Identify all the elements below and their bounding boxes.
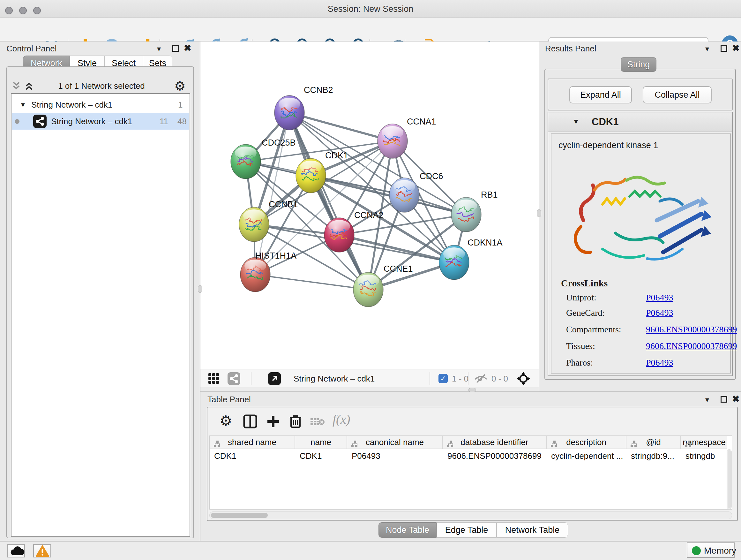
control-panel-menu-icon[interactable]: ▾ [157, 44, 161, 53]
horizontal-splitter-handle[interactable] [468, 388, 476, 392]
collapse-all-networks-icon[interactable] [11, 80, 22, 92]
results-panel: Results Panel ▾ ✖ String Expand All Coll… [539, 42, 741, 391]
left-splitter-handle[interactable] [198, 285, 202, 293]
control-panel-title: Control Panel [6, 44, 57, 54]
network-label: String Network – cdk1 [51, 113, 132, 130]
show-columns-svg [243, 415, 257, 428]
memory-button[interactable]: Memory [687, 543, 735, 558]
protein-structure-image [564, 153, 718, 281]
crosslinks-heading: CrossLinks [561, 278, 608, 289]
results-panel-close-icon[interactable]: ✖ [732, 44, 739, 52]
center-view-svg [516, 372, 530, 386]
svg-text:CCNA2: CCNA2 [354, 210, 384, 220]
string-app-icon [33, 115, 47, 128]
hidden-count: 0 - 0 [491, 374, 508, 384]
table-cell[interactable]: stringdb:9... [626, 449, 681, 462]
network-svg[interactable]: CCNB2CCNA1CDC25BCDK1CDC6RB1CCNB1CCNA2CDK… [200, 42, 539, 369]
viewbar-separator [468, 372, 468, 385]
network-options-gear-icon[interactable]: ⚙ [174, 78, 186, 93]
create-column-icon[interactable] [266, 415, 280, 430]
viewbar-separator [251, 372, 252, 385]
table-cell[interactable]: CDK1 [295, 449, 347, 462]
svg-text:CCNB2: CCNB2 [304, 85, 333, 95]
scrollbar-thumb[interactable] [211, 513, 268, 518]
control-panel-close-icon[interactable]: ✖ [184, 44, 191, 52]
table-cell[interactable]: cyclin-dependent ... [547, 449, 626, 462]
protein-expander-icon[interactable]: ▼ [572, 118, 580, 126]
control-panel: Control Panel ▾ ✖ Network Style Select S… [0, 42, 200, 541]
string-app-svg [33, 115, 47, 128]
results-panel-menu-icon[interactable]: ▾ [705, 44, 709, 53]
column-header-namespace[interactable]: namespace [681, 436, 727, 449]
tab-edge-table[interactable]: Edge Table [436, 522, 496, 538]
collection-label: String Network – cdk1 [31, 97, 112, 113]
expand-collapse-bar: Expand All Collapse All [548, 78, 733, 111]
column-label: name [311, 437, 331, 447]
results-panel-float-icon[interactable] [721, 45, 727, 52]
control-panel-float-icon[interactable] [172, 45, 179, 52]
node-table: shared name name canonical name database… [209, 435, 732, 509]
network-tree: ▼ String Network – cdk1 1 String Network… [11, 93, 190, 537]
results-panel-title: Results Panel [545, 44, 596, 54]
crosslink-tissues-link[interactable]: 9606.ENSP00000378699 [646, 341, 737, 351]
table-vertical-scrollbar[interactable] [727, 449, 732, 509]
svg-text:CCNB1: CCNB1 [269, 199, 298, 209]
crosslink-pharos-link[interactable]: P06493 [646, 358, 673, 368]
table-cell[interactable]: CDK1 [210, 449, 295, 462]
detach-view-icon[interactable] [268, 372, 281, 385]
column-header-id[interactable]: @id [626, 436, 681, 449]
crosslink-compartments-link[interactable]: 9606.ENSP00000378699 [646, 324, 737, 334]
selection-checkbox-icon[interactable]: ✓ [439, 374, 448, 383]
trash-svg [288, 414, 302, 428]
network-canvas[interactable]: CCNB2CCNA1CDC25BCDK1CDC6RB1CCNB1CCNA2CDK… [200, 42, 539, 369]
shared-column-svg [447, 440, 455, 448]
network-collection-row[interactable]: ▼ String Network – cdk1 1 [12, 97, 189, 113]
svg-text:CDK1: CDK1 [325, 151, 348, 160]
memory-status-dot [692, 546, 701, 555]
svg-text:CCNA1: CCNA1 [407, 117, 436, 126]
protein-card-header[interactable]: ▼ CDK1 [548, 112, 732, 132]
table-panel-title: Table Panel [207, 395, 251, 405]
crosslink-genecard-link[interactable]: P06493 [646, 308, 673, 318]
expand-all-button[interactable]: Expand All [569, 86, 632, 104]
table-panel-close-icon[interactable]: ✖ [732, 395, 739, 403]
birdseye-grid-svg [208, 373, 219, 384]
collection-expander-icon[interactable]: ▼ [20, 97, 26, 113]
tab-node-table[interactable]: Node Table [379, 522, 436, 538]
table-horizontal-scrollbar[interactable] [209, 511, 732, 519]
window-title: Session: New Session [0, 0, 741, 18]
show-columns-icon[interactable] [243, 415, 257, 430]
birdseye-grid-icon[interactable] [208, 373, 219, 386]
column-header-name[interactable]: name [295, 436, 347, 449]
svg-text:CCNE1: CCNE1 [384, 264, 413, 273]
cloud-button[interactable] [7, 544, 25, 557]
collapse-all-button[interactable]: Collapse All [643, 86, 712, 104]
table-cell[interactable]: P06493 [347, 449, 443, 462]
column-header-canonical-name[interactable]: canonical name [347, 436, 443, 449]
expand-all-networks-icon[interactable] [23, 80, 35, 92]
table-container: ⚙ f(x) shared name name canonical name d… [207, 407, 738, 521]
network-row-selected[interactable]: String Network – cdk1 11 48 [12, 113, 189, 130]
crosslink-label: GeneCard: [566, 308, 605, 318]
selection-count: 1 - 0 [452, 374, 468, 384]
shared-column-svg [213, 440, 221, 448]
column-header-database-identifier[interactable]: database identifier [443, 436, 547, 449]
table-panel-float-icon[interactable] [721, 396, 727, 402]
right-splitter-handle[interactable] [537, 209, 541, 217]
protein-detail-box: cyclin-dependent kinase 1 [551, 133, 731, 374]
table-panel-menu-icon[interactable]: ▾ [705, 395, 709, 404]
table-cell[interactable]: 9606.ENSP00000378699 [443, 449, 547, 462]
string-view-icon[interactable] [227, 372, 240, 385]
tab-string[interactable]: String [621, 57, 657, 72]
table-gear-icon[interactable]: ⚙ [219, 413, 232, 429]
table-panel: Table Panel ▾ ✖ ⚙ f(x) shared name name … [200, 392, 741, 541]
column-header-shared-name[interactable]: shared name [210, 436, 295, 449]
column-header-description[interactable]: description [547, 436, 626, 449]
delete-column-trash-icon[interactable] [288, 414, 302, 430]
center-view-icon[interactable] [516, 372, 530, 387]
table-cell[interactable]: stringdb [681, 449, 727, 462]
tab-network-table[interactable]: Network Table [496, 522, 568, 538]
warnings-button[interactable] [33, 544, 51, 557]
crosslink-uniprot-link[interactable]: P06493 [646, 293, 673, 303]
hidden-eye-svg [474, 374, 488, 384]
